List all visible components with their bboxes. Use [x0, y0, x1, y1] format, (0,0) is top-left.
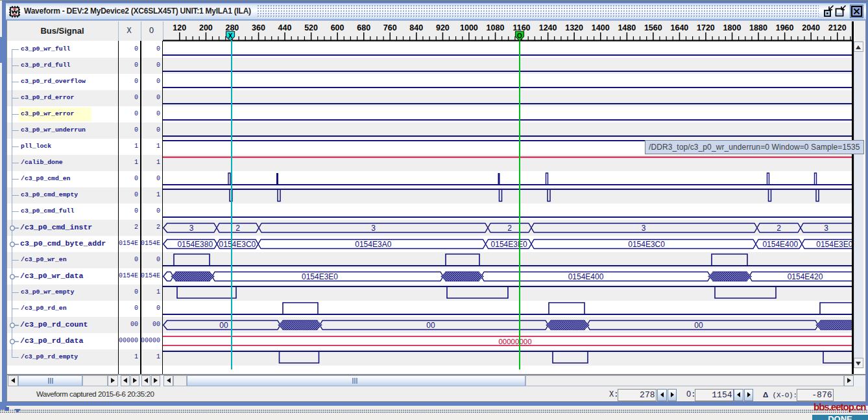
svg-text:0154E3E0: 0154E3E0 [491, 240, 527, 249]
svg-text:2040: 2040 [802, 23, 820, 32]
svg-text:440: 440 [278, 23, 292, 32]
svg-text:2: 2 [235, 224, 240, 233]
svg-text:2120: 2120 [828, 23, 847, 32]
svg-text:1240: 1240 [539, 23, 557, 32]
svg-text:1400: 1400 [592, 23, 610, 32]
svg-text:0154E400: 0154E400 [568, 272, 604, 281]
svg-text:0154E420: 0154E420 [788, 272, 823, 281]
svg-text:0154E3E0: 0154E3E0 [816, 240, 852, 249]
svg-text:00000000: 00000000 [498, 338, 531, 345]
svg-text:0154E3C0: 0154E3C0 [219, 240, 256, 249]
svg-text:1080: 1080 [487, 23, 505, 32]
svg-text:360: 360 [252, 23, 265, 32]
svg-text:1800: 1800 [723, 23, 741, 32]
svg-text:0154E380: 0154E380 [177, 240, 213, 249]
svg-text:00: 00 [219, 321, 228, 330]
svg-text:120: 120 [173, 23, 186, 32]
svg-text:1480: 1480 [618, 23, 636, 32]
svg-text:1960: 1960 [776, 23, 794, 32]
svg-text:520: 520 [304, 23, 318, 32]
svg-text:2: 2 [507, 224, 512, 233]
svg-text:680: 680 [357, 23, 370, 32]
svg-text:0154E3C0: 0154E3C0 [628, 240, 665, 249]
svg-text:840: 840 [409, 23, 423, 32]
svg-text:2: 2 [777, 224, 781, 233]
svg-text:1880: 1880 [749, 23, 767, 32]
svg-text:00: 00 [694, 321, 703, 330]
svg-text:00: 00 [426, 321, 435, 330]
svg-text:200: 200 [199, 23, 213, 32]
svg-text:1640: 1640 [670, 23, 688, 32]
svg-text:760: 760 [383, 23, 397, 32]
svg-text:3: 3 [189, 224, 194, 233]
svg-text:920: 920 [436, 23, 450, 32]
svg-text:0154E3A0: 0154E3A0 [355, 240, 391, 249]
svg-text:3: 3 [824, 224, 828, 233]
svg-text:X: X [228, 32, 233, 40]
svg-text:1560: 1560 [644, 23, 662, 32]
svg-text:1000: 1000 [460, 23, 478, 32]
svg-text:3: 3 [371, 224, 376, 233]
svg-text:0154E3E0: 0154E3E0 [302, 272, 338, 281]
svg-text:1320: 1320 [565, 23, 583, 32]
svg-text:600: 600 [331, 23, 344, 32]
svg-text:0154E400: 0154E400 [762, 240, 798, 249]
svg-text:O: O [517, 32, 522, 40]
svg-text:1720: 1720 [697, 23, 715, 32]
svg-text:3: 3 [642, 224, 646, 233]
